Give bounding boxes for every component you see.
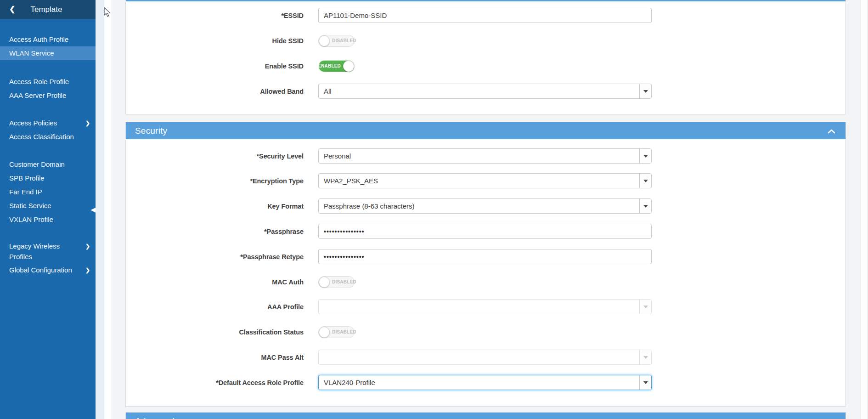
sidebar-item-spb-profile[interactable]: SPB Profile <box>0 171 96 185</box>
chevron-right-icon: ❯ <box>85 263 90 277</box>
toggle-state-label: DISABLED <box>332 38 356 43</box>
aaa-profile-dropdown-button[interactable] <box>639 300 651 314</box>
caret-down-icon <box>643 356 648 359</box>
mac-auth-label: MAC Auth <box>126 278 304 286</box>
mac-pass-alt-dropdown-button[interactable] <box>639 350 651 364</box>
allowed-band-label: Allowed Band <box>126 88 304 95</box>
encryption-type-select[interactable]: WPA2_PSK_AES <box>318 173 652 188</box>
general-settings-card: *ESSIDHide SSIDDISABLEDEnable SSIDENABLE… <box>125 0 846 114</box>
sidebar-item-label: Static Service <box>9 202 51 210</box>
chevron-right-icon: ❯ <box>85 239 90 253</box>
sidebar-item-label: Access Classification <box>9 133 74 141</box>
sidebar-item-access-auth-profile[interactable]: Access Auth Profile <box>0 33 96 46</box>
advanced-card: Advanced <box>125 412 846 419</box>
enable-ssid-toggle[interactable]: ENABLED <box>318 60 355 72</box>
sidebar-item-customer-domain[interactable]: Customer Domain <box>0 158 96 171</box>
sidebar-item-label: Customer Domain <box>9 160 65 168</box>
form-row-allowed-band: Allowed BandAll <box>126 84 845 99</box>
passphrase-label: *Passphrase <box>126 228 304 235</box>
encryption-type-dropdown-button[interactable] <box>639 174 651 188</box>
toggle-state-label: DISABLED <box>332 279 356 284</box>
sidebar-item-aaa-server-profile[interactable]: AAA Server Profile <box>0 89 96 102</box>
vertical-scrollbar[interactable] <box>861 0 868 419</box>
sidebar-item-vxlan-profile[interactable]: VXLAN Profile <box>0 213 96 226</box>
key-format-label: Key Format <box>126 203 304 210</box>
passphrase-retype-input[interactable] <box>318 249 652 264</box>
form-row-classification-status: Classification StatusDISABLED <box>126 324 845 340</box>
essid-input[interactable] <box>318 8 652 23</box>
sidebar-item-wlan-service[interactable]: WLAN Service <box>0 46 96 60</box>
default-access-role-profile-select[interactable]: VLAN240-Profile <box>318 375 652 390</box>
sidebar-item-legacy-wireless-profiles[interactable]: Legacy Wireless Profiles❯ <box>0 239 96 263</box>
passphrase-input[interactable] <box>318 224 652 239</box>
sidebar-collapse-icon[interactable]: ◀ <box>90 206 96 213</box>
selected-value: All <box>319 84 639 98</box>
sidebar-item-label: Global Configuration <box>9 266 72 274</box>
toggle-knob <box>343 61 354 72</box>
sidebar-item-access-role-profile[interactable]: Access Role Profile <box>0 75 96 89</box>
sidebar-item-far-end-ip[interactable]: Far End IP <box>0 185 96 199</box>
sidebar-header: ❮ Template <box>0 0 96 19</box>
key-format-dropdown-button[interactable] <box>639 199 651 213</box>
form-row-enable-ssid: Enable SSIDENABLED <box>126 58 845 74</box>
sidebar-item-label: Legacy Wireless Profiles <box>9 242 60 260</box>
caret-down-icon <box>643 381 648 384</box>
security-level-label: *Security Level <box>126 153 304 160</box>
caret-down-icon <box>643 90 648 93</box>
key-format-select[interactable]: Passphrase (8-63 characters) <box>318 198 652 214</box>
form-row-hide-ssid: Hide SSIDDISABLED <box>126 33 845 48</box>
sidebar: ❮ Template Access Auth ProfileWLAN Servi… <box>0 0 96 419</box>
security-section-title: Security <box>126 126 167 136</box>
toggle-state-label: DISABLED <box>332 329 356 334</box>
hide-ssid-toggle[interactable]: DISABLED <box>318 35 355 47</box>
encryption-type-label: *Encryption Type <box>126 177 304 185</box>
default-access-role-profile-dropdown-button[interactable] <box>639 375 651 390</box>
security-card: Security *Security LevelPersonal*Encrypt… <box>125 122 846 407</box>
mac-auth-toggle[interactable]: DISABLED <box>318 276 355 288</box>
sidebar-item-access-policies[interactable]: Access Policies❯ <box>0 116 96 130</box>
form-row-passphrase-retype: *Passphrase Retype <box>126 249 845 264</box>
passphrase-retype-label: *Passphrase Retype <box>126 253 304 260</box>
toggle-state-label: ENABLED <box>318 63 341 68</box>
form-row-mac-auth: MAC AuthDISABLED <box>126 274 845 289</box>
form-row-aaa-profile: AAA Profile <box>126 299 845 314</box>
toggle-knob <box>319 327 330 338</box>
security-section-header[interactable]: Security <box>126 122 845 139</box>
form-row-key-format: Key FormatPassphrase (8-63 characters) <box>126 198 845 214</box>
sidebar-gutter <box>96 0 104 419</box>
toggle-knob <box>319 35 330 46</box>
advanced-section-header[interactable]: Advanced <box>126 413 845 419</box>
default-access-role-profile-label: *Default Access Role Profile <box>126 379 304 386</box>
enable-ssid-label: Enable SSID <box>126 62 304 70</box>
sidebar-item-access-classification[interactable]: Access Classification <box>0 130 96 144</box>
classification-status-toggle[interactable]: DISABLED <box>318 326 355 338</box>
sidebar-item-static-service[interactable]: Static Service <box>0 199 96 213</box>
hide-ssid-label: Hide SSID <box>126 37 304 45</box>
form-row-default-access-role-profile: *Default Access Role ProfileVLAN240-Prof… <box>126 375 845 390</box>
content-gutter <box>104 0 112 419</box>
allowed-band-select[interactable]: All <box>318 84 652 99</box>
allowed-band-dropdown-button[interactable] <box>639 84 651 98</box>
toggle-knob <box>319 277 330 288</box>
essid-label: *ESSID <box>126 12 304 19</box>
chevron-left-icon[interactable]: ❮ <box>9 5 15 14</box>
selected-value: WPA2_PSK_AES <box>319 174 639 188</box>
form-row-encryption-type: *Encryption TypeWPA2_PSK_AES <box>126 173 845 188</box>
mac-pass-alt-select[interactable] <box>318 350 652 365</box>
sidebar-item-label: WLAN Service <box>9 49 54 57</box>
selected-value: Passphrase (8-63 characters) <box>319 199 639 213</box>
aaa-profile-select[interactable] <box>318 299 652 314</box>
selected-value: Personal <box>319 149 639 163</box>
sidebar-item-label: Far End IP <box>9 188 42 196</box>
form-row-mac-pass-alt: MAC Pass Alt <box>126 350 845 365</box>
chevron-up-icon[interactable] <box>828 129 835 134</box>
form-row-security-level: *Security LevelPersonal <box>126 148 845 164</box>
sidebar-item-label: SPB Profile <box>9 174 45 182</box>
advanced-section-title: Advanced <box>126 416 175 419</box>
security-level-select[interactable]: Personal <box>318 148 652 164</box>
sidebar-item-global-configuration[interactable]: Global Configuration❯ <box>0 263 96 277</box>
classification-status-label: Classification Status <box>126 328 304 336</box>
form-row-passphrase: *Passphrase <box>126 224 845 239</box>
security-level-dropdown-button[interactable] <box>639 149 651 163</box>
sidebar-item-label: Access Role Profile <box>9 78 69 85</box>
